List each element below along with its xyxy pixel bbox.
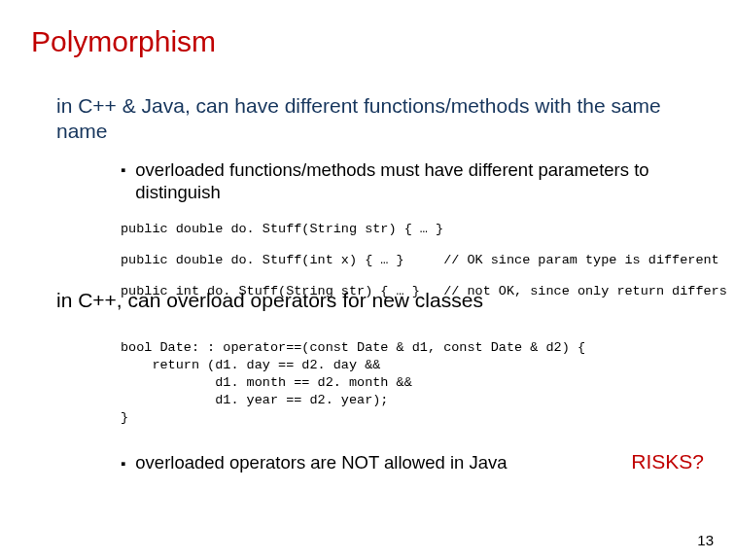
slide: { "title": "Polymorphism", "p1": "in C++… [0,0,735,560]
square-bullet-icon: ▪ [121,452,125,474]
code-example-2: public double do. Stuff(int x) { … } // … [121,252,704,269]
page-number: 13 [697,532,714,548]
bullet-text: overloaded operators are NOT allowed in … [135,451,598,473]
slide-title: Polymorphism [31,25,704,58]
risks-label: RISKS? [631,449,704,474]
code-example-4: bool Date: : operator==(const Date & d1,… [121,339,704,428]
code-example-1: public double do. Stuff(String str) { … … [121,221,704,238]
bullet-not-allowed-java: ▪ overloaded operators are NOT allowed i… [121,449,704,474]
intro-paragraph: in C++ & Java, can have different functi… [56,93,694,145]
bullet-overloaded-params: ▪ overloaded functions/methods must have… [121,158,704,203]
bullet-text: overloaded functions/methods must have d… [135,158,704,203]
square-bullet-icon: ▪ [121,158,125,181]
